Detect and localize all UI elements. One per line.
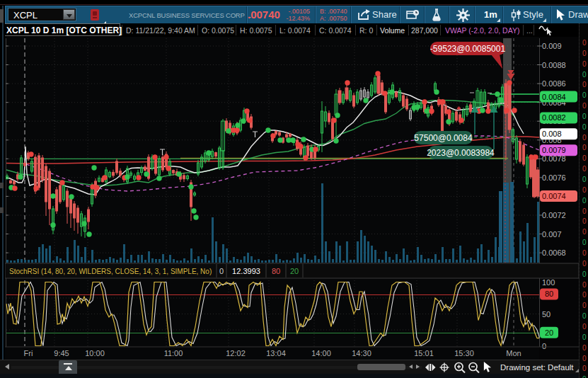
svg-text:80: 80 [545, 290, 553, 298]
svg-text:13:04: 13:04 [266, 349, 286, 357]
svg-text:20: 20 [290, 267, 299, 275]
svg-text:0.0068: 0.0068 [542, 248, 566, 257]
svg-text:0.007: 0.007 [542, 230, 562, 239]
svg-text:11:00: 11:00 [164, 349, 183, 357]
svg-text:80: 80 [272, 267, 280, 275]
svg-text:Fri: Fri [24, 349, 33, 357]
svg-text:0.0074: 0.0074 [542, 192, 566, 200]
svg-text:15:01: 15:01 [414, 349, 434, 357]
svg-text:100: 100 [542, 278, 555, 287]
svg-text:Mon: Mon [506, 349, 521, 357]
svg-text:50: 50 [542, 310, 550, 319]
svg-text:0.008: 0.008 [542, 130, 562, 138]
svg-text:15:30: 15:30 [454, 349, 474, 357]
svg-text:12:02: 12:02 [226, 349, 246, 357]
svg-text:0: 0 [542, 342, 546, 350]
svg-text:14:00: 14:00 [311, 349, 331, 357]
svg-text:0.009: 0.009 [542, 42, 562, 50]
svg-text:0.0072: 0.0072 [542, 211, 566, 219]
svg-text:-59523@0.0085001: -59523@0.0085001 [430, 44, 506, 54]
svg-text:20: 20 [545, 328, 553, 337]
svg-text:14:30: 14:30 [352, 349, 371, 357]
svg-text:0.0088: 0.0088 [542, 61, 566, 69]
svg-text:0.0086: 0.0086 [542, 79, 566, 88]
svg-text:10:00: 10:00 [85, 349, 105, 357]
svg-text:0.0076: 0.0076 [542, 173, 566, 182]
svg-text:0: 0 [219, 267, 224, 275]
svg-text:2023@0.0083984: 2023@0.0083984 [427, 148, 495, 158]
svg-text:StochRSI (14, 80, 20, WILDERS,: StochRSI (14, 80, 20, WILDERS, CLOSE, 14… [9, 268, 212, 275]
svg-text:0.0079: 0.0079 [542, 146, 566, 154]
svg-text:12.3993: 12.3993 [232, 267, 260, 275]
svg-text:9:45: 9:45 [54, 349, 69, 357]
svg-text:0.0082: 0.0082 [542, 113, 566, 122]
svg-text:0.0084: 0.0084 [542, 93, 566, 101]
svg-text:57500@0.0084: 57500@0.0084 [414, 133, 473, 143]
